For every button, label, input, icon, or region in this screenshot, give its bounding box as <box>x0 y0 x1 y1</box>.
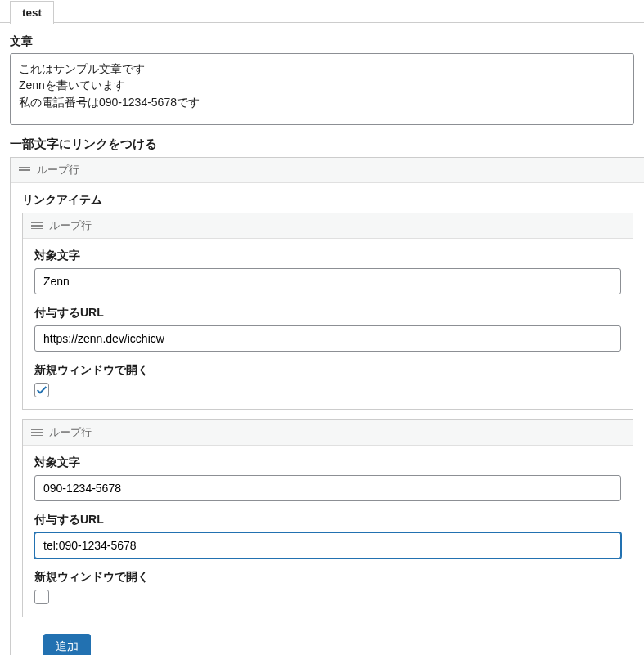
outer-loop-label: ループ行 <box>37 163 79 177</box>
nested-loop-header[interactable]: ループ行 <box>23 213 633 239</box>
target-field-group: 対象文字 <box>34 249 621 294</box>
new-window-label: 新規ウィンドウで開く <box>34 570 621 585</box>
new-window-checkbox[interactable] <box>34 383 49 397</box>
outer-loop-group: ループ行 リンクアイテム ループ行 対象文字 付与するURL <box>10 157 644 655</box>
tab-bar: test <box>0 0 644 23</box>
nested-loop: ループ行 対象文字 付与するURL 新規ウィンドウで開く <box>22 419 633 617</box>
url-input[interactable] <box>34 325 621 352</box>
target-label: 対象文字 <box>34 455 621 470</box>
new-window-checkbox[interactable] <box>34 590 49 604</box>
text-section: 文章 これはサンプル文章です Zennを書いています 私の電話番号は090-12… <box>0 23 644 137</box>
drag-handle-icon[interactable] <box>31 222 43 230</box>
outer-loop-header[interactable]: ループ行 <box>11 158 644 183</box>
nested-loop-label: ループ行 <box>49 218 92 233</box>
url-label: 付与するURL <box>34 306 621 321</box>
target-field-group: 対象文字 <box>34 455 621 501</box>
check-icon <box>35 384 48 397</box>
nested-loop-label: ループ行 <box>49 425 92 440</box>
target-input[interactable] <box>34 475 621 501</box>
target-input[interactable] <box>34 268 621 294</box>
new-window-field-group: 新規ウィンドウで開く <box>34 363 621 399</box>
nested-loop-header[interactable]: ループ行 <box>23 420 633 446</box>
link-item-label: リンクアイテム <box>22 193 633 208</box>
url-input[interactable] <box>34 532 621 559</box>
target-label: 対象文字 <box>34 249 621 263</box>
url-field-group: 付与するURL <box>34 306 621 352</box>
nested-loop: ループ行 対象文字 付与するURL 新規ウィンドウで開く <box>22 213 633 410</box>
new-window-field-group: 新規ウィンドウで開く <box>34 570 621 607</box>
nested-loop-body: 対象文字 付与するURL 新規ウィンドウで開く <box>23 446 633 617</box>
text-field-label: 文章 <box>10 34 634 49</box>
tab-test[interactable]: test <box>10 1 54 24</box>
link-section-heading: 一部文字にリンクをつける <box>0 137 644 157</box>
nested-loop-body: 対象文字 付与するURL 新規ウィンドウで開く <box>23 239 633 409</box>
url-label: 付与するURL <box>34 513 621 527</box>
drag-handle-icon[interactable] <box>19 167 30 174</box>
url-field-group: 付与するURL <box>34 513 621 559</box>
new-window-label: 新規ウィンドウで開く <box>34 363 621 378</box>
outer-loop-body: リンクアイテム ループ行 対象文字 付与するURL 新規ウィンドウで <box>11 183 644 655</box>
add-button[interactable]: 追加 <box>43 634 91 655</box>
drag-handle-icon[interactable] <box>31 429 43 437</box>
text-field-input[interactable]: これはサンプル文章です Zennを書いています 私の電話番号は090-1234-… <box>10 53 634 125</box>
